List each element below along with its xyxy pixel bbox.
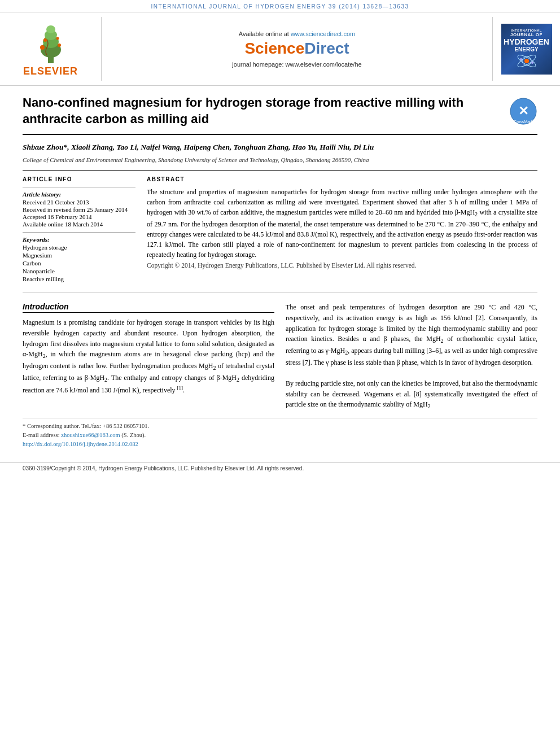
keyword-4: Nanoparticle	[23, 268, 135, 274]
elsevier-label: ELSEVIER	[23, 65, 78, 77]
elsevier-logo-area: ELSEVIER	[0, 17, 102, 81]
keywords-block: Keywords: Hydrogen storage Magnesium Car…	[23, 232, 135, 282]
article-content: Nano-confined magnesium for hydrogen sto…	[0, 86, 560, 458]
copyright-bottom: 0360-3199/Copyright © 2014, Hydrogen Ene…	[23, 465, 304, 471]
crossmark-icon: ✕ CrossMark	[509, 97, 537, 125]
intro-body-left: Magnesium is a promising candidate for h…	[23, 317, 274, 395]
keywords-label: Keywords:	[23, 236, 135, 243]
journal-homepage: journal homepage: www.elsevier.com/locat…	[232, 61, 361, 68]
journal-banner-text: International Journal of Hydrogen Energy…	[151, 3, 409, 10]
section-divider	[23, 292, 537, 293]
history-label: Article history:	[23, 191, 135, 198]
svg-point-14	[531, 62, 533, 64]
revised-date: Received in revised form 25 January 2014	[23, 206, 135, 213]
available-prefix: Available online at	[239, 30, 289, 37]
article-info-abstract: Article Info Article history: Received 2…	[23, 170, 537, 283]
abstract-title: Abstract	[147, 176, 537, 182]
svg-point-13	[520, 58, 522, 60]
keyword-2: Magnesium	[23, 252, 135, 259]
journal-word: Journal of	[510, 32, 542, 37]
authors: Shixue Zhou*, Xiaoli Zhang, Tao Li, Naif…	[23, 142, 537, 153]
hydrogen-atom-icon	[515, 53, 538, 69]
abstract-copyright: Copyright © 2014, Hydrogen Energy Public…	[147, 262, 537, 269]
affiliation: College of Chemical and Environmental En…	[23, 156, 537, 163]
elsevier-logo: ELSEVIER	[23, 20, 78, 77]
doi-line: http://dx.doi.org/10.1016/j.ijhydene.201…	[23, 440, 537, 449]
sciencedirect-area: Available online at www.sciencedirect.co…	[102, 17, 492, 81]
doi-link[interactable]: http://dx.doi.org/10.1016/j.ijhydene.201…	[23, 441, 138, 447]
article-info-col: Article Info Article history: Received 2…	[23, 176, 135, 283]
body-col-right: The onset and peak temperatures of hydro…	[286, 302, 537, 411]
svg-point-4	[46, 25, 55, 33]
sciencedirect-logo: ScienceDirect	[244, 40, 349, 58]
available-date: Available online 18 March 2014	[23, 221, 135, 228]
hydrogen-energy-logo: International Journal of HYDROGEN ENERGY	[501, 24, 552, 75]
svg-text:✕: ✕	[518, 104, 528, 118]
authors-text: Shixue Zhou*, Xiaoli Zhang, Tao Li, Naif…	[23, 143, 374, 151]
elsevier-tree-icon	[31, 20, 71, 65]
svg-text:CrossMark: CrossMark	[514, 120, 533, 124]
keyword-3: Carbon	[23, 260, 135, 267]
intro-body-right: The onset and peak temperatures of hydro…	[286, 302, 537, 411]
crossmark-area: ✕ CrossMark	[509, 97, 537, 125]
abstract-col: Abstract The structure and properties of…	[147, 176, 537, 283]
email-label: E-mail address:	[23, 432, 60, 438]
available-online-link[interactable]: www.sciencedirect.com	[291, 30, 355, 37]
page-header: ELSEVIER Available online at www.science…	[0, 12, 560, 86]
hydrogen-word: HYDROGEN	[504, 37, 549, 46]
email-suffix: (S. Zhou).	[121, 432, 146, 438]
available-online-text: Available online at www.sciencedirect.co…	[239, 30, 355, 37]
footnote-area: * Corresponding author. Tel./fax: +86 53…	[23, 418, 537, 448]
body-col-left: Introduction Magnesium is a promising ca…	[23, 302, 274, 411]
svg-point-5	[40, 45, 45, 50]
keyword-5: Reactive milling	[23, 276, 135, 282]
body-content: Introduction Magnesium is a promising ca…	[23, 302, 537, 411]
introduction-heading: Introduction	[23, 302, 274, 313]
email-link[interactable]: zhoushixue66@163.com	[61, 432, 120, 438]
article-title-section: Nano-confined magnesium for hydrogen sto…	[23, 95, 537, 135]
email-line: E-mail address: zhoushixue66@163.com (S.…	[23, 431, 537, 440]
homepage-url: www.elsevier.com/locate/he	[286, 61, 362, 68]
abstract-body: The structure and properties of magnesiu…	[147, 187, 537, 259]
homepage-prefix: journal homepage:	[232, 61, 283, 68]
corresponding-author: * Corresponding author. Tel./fax: +86 53…	[23, 422, 537, 431]
received-date: Received 21 October 2013	[23, 199, 135, 206]
bottom-bar: 0360-3199/Copyright © 2014, Hydrogen Ene…	[0, 462, 560, 474]
accepted-date: Accepted 16 February 2014	[23, 213, 135, 220]
journal-banner: International Journal of Hydrogen Energy…	[0, 0, 560, 12]
svg-point-6	[58, 43, 61, 47]
article-history-block: Article history: Received 21 October 201…	[23, 187, 135, 228]
article-title: Nano-confined magnesium for hydrogen sto…	[23, 95, 504, 127]
corresponding-text: * Corresponding author. Tel./fax: +86 53…	[23, 423, 149, 429]
article-info-title: Article Info	[23, 176, 135, 182]
hydrogen-energy-logo-area: International Journal of HYDROGEN ENERGY	[492, 17, 560, 81]
energy-word: ENERGY	[514, 46, 538, 53]
svg-point-7	[43, 38, 47, 42]
svg-point-12	[524, 59, 529, 63]
keyword-1: Hydrogen storage	[23, 244, 135, 251]
svg-point-8	[56, 37, 59, 40]
